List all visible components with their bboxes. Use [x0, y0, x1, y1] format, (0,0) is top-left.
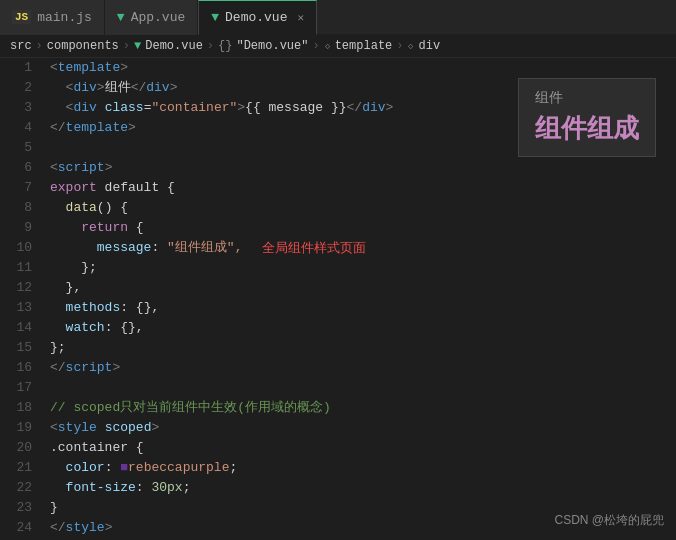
code-line: // scoped只对当前组件中生效(作用域的概念) [50, 398, 676, 418]
line-number: 19 [0, 418, 32, 438]
code-line: data() { [50, 198, 676, 218]
code-token: .container [50, 438, 136, 458]
code-token: script [58, 158, 105, 178]
code-line: methods: {}, [50, 298, 676, 318]
breadcrumb-div: div [418, 39, 440, 53]
code-token: > [105, 518, 113, 537]
line-number: 20 [0, 438, 32, 458]
tab-main-js[interactable]: JS main.js [0, 0, 105, 35]
tab-demo-vue[interactable]: ▼ Demo.vue ✕ [198, 0, 317, 35]
code-token: , [151, 298, 159, 318]
code-token: template [66, 118, 128, 138]
code-token: < [50, 58, 58, 78]
line-number: 23 [0, 498, 32, 518]
code-token: color [66, 458, 105, 478]
code-token: : [151, 238, 167, 258]
code-line: color: ■rebeccapurple; [50, 458, 676, 478]
tab-app-vue[interactable]: ▼ App.vue [105, 0, 198, 35]
breadcrumb-quoted: "Demo.vue" [236, 39, 308, 53]
code-token: class [105, 98, 144, 118]
code-token: () [97, 198, 120, 218]
code-token: : [136, 478, 152, 498]
code-token: , [136, 318, 144, 338]
tab-bar: JS main.js ▼ App.vue ▼ Demo.vue ✕ [0, 0, 676, 35]
tab-close-demo-vue[interactable]: ✕ [297, 11, 304, 24]
code-token: "container" [151, 98, 237, 118]
code-token [50, 298, 66, 318]
line-number: 13 [0, 298, 32, 318]
code-token [50, 278, 66, 298]
line-number: 15 [0, 338, 32, 358]
template-icon-breadcrumb: ⬦ [324, 39, 331, 53]
tab-label-demo-vue: Demo.vue [225, 10, 287, 25]
code-line: watch: {}, [50, 318, 676, 338]
code-token: }; [81, 258, 97, 278]
code-token: { [136, 218, 144, 238]
code-token: script [66, 358, 113, 378]
code-token: : [105, 318, 121, 338]
breadcrumb-components: components [47, 39, 119, 53]
code-token: ; [183, 478, 191, 498]
curly-breadcrumb: {} [218, 39, 232, 53]
tab-label-app-vue: App.vue [131, 10, 186, 25]
code-line: export default { [50, 178, 676, 198]
code-token: default [105, 178, 167, 198]
code-token [50, 198, 66, 218]
code-token: : [120, 298, 136, 318]
code-token: div [73, 98, 96, 118]
line-number: 21 [0, 458, 32, 478]
vue-icon-breadcrumb: ▼ [134, 39, 141, 53]
code-token: {} [120, 318, 136, 338]
code-token: = [144, 98, 152, 118]
code-token: "组件组成", [167, 238, 242, 258]
code-token: div [362, 98, 385, 118]
code-token: // scoped只对当前组件中生效(作用域的概念) [50, 398, 331, 418]
line-number: 22 [0, 478, 32, 498]
code-line: }; [50, 338, 676, 358]
editor: 123456789101112131415161718192021222324 … [0, 58, 676, 537]
code-token: > [105, 158, 113, 178]
code-line [50, 378, 676, 398]
tooltip-box: 组件 组件组成 [518, 78, 656, 157]
line-numbers: 123456789101112131415161718192021222324 [0, 58, 40, 537]
code-token: watch [66, 318, 105, 338]
tooltip-main: 组件组成 [535, 111, 639, 146]
code-token [97, 98, 105, 118]
code-token: return [81, 218, 136, 238]
code-token [50, 458, 66, 478]
code-token: 组件 [105, 78, 131, 98]
code-token: > [97, 78, 105, 98]
line-number: 4 [0, 118, 32, 138]
code-line: <script> [50, 158, 676, 178]
code-token: {{ message }} [245, 98, 346, 118]
line-number: 9 [0, 218, 32, 238]
code-token: </ [347, 98, 363, 118]
line-number: 7 [0, 178, 32, 198]
line-number: 6 [0, 158, 32, 178]
code-token [97, 418, 105, 438]
line-number: 2 [0, 78, 32, 98]
line-number: 16 [0, 358, 32, 378]
code-token [50, 98, 66, 118]
code-token: > [151, 418, 159, 438]
code-line: .container { [50, 438, 676, 458]
vue-icon-app: ▼ [117, 10, 125, 25]
js-icon: JS [12, 10, 31, 24]
code-token: {} [136, 298, 152, 318]
code-token: < [50, 158, 58, 178]
code-line: }, [50, 278, 676, 298]
code-token: > [170, 78, 178, 98]
line-number: 8 [0, 198, 32, 218]
code-token: scoped [105, 418, 152, 438]
code-line: </script> [50, 358, 676, 378]
watermark: CSDN @松垮的屁兜 [554, 512, 664, 529]
line-number: 12 [0, 278, 32, 298]
code-token: } [50, 498, 58, 518]
code-token [50, 258, 81, 278]
line-number: 11 [0, 258, 32, 278]
code-token: methods [66, 298, 121, 318]
line-number: 18 [0, 398, 32, 418]
div-icon-breadcrumb: ⬦ [407, 39, 414, 53]
red-annotation: 全局组件样式页面 [262, 238, 366, 258]
breadcrumb-template: template [335, 39, 393, 53]
